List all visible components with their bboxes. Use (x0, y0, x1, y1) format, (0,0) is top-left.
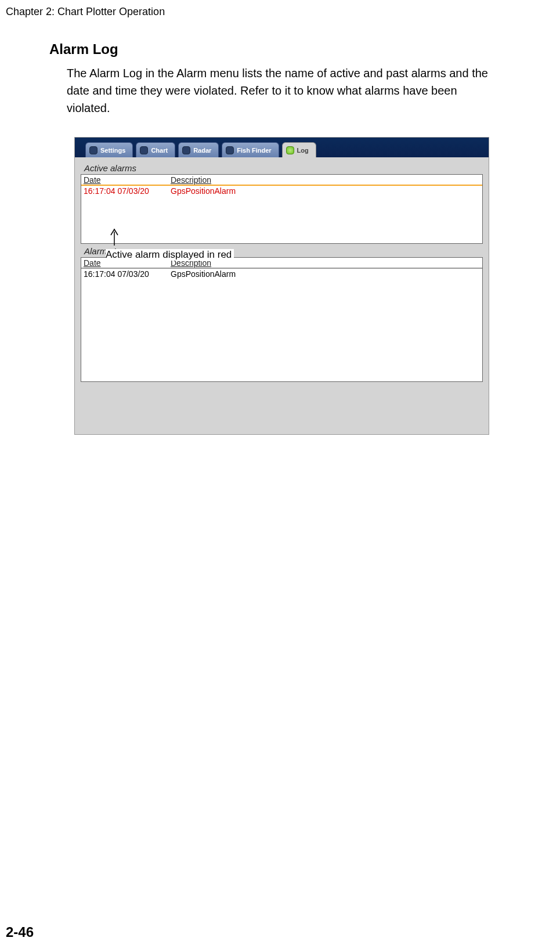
log-row: 16:17:04 07/03/20 GpsPositionAlarm (81, 269, 482, 279)
cell-date: 16:17:04 07/03/20 (84, 186, 171, 196)
body-text: The Alarm Log in the Alarm menu lists th… (0, 64, 496, 117)
tab-bar: Settings Chart Radar Fish Finder Log (75, 138, 489, 157)
tab-icon (226, 146, 234, 154)
tab-settings[interactable]: Settings (85, 142, 133, 157)
panel-body: Active alarms Date Description 16:17:04 … (75, 157, 489, 434)
tab-label: Radar (193, 147, 211, 154)
tab-label: Log (297, 147, 309, 154)
chapter-header: Chapter 2: Chart Plotter Operation (0, 0, 560, 18)
tab-radar[interactable]: Radar (178, 142, 219, 157)
tab-fish-finder[interactable]: Fish Finder (222, 142, 279, 157)
tab-label: Settings (100, 147, 125, 154)
active-alarms-list: Date Description 16:17:04 07/03/20 GpsPo… (81, 174, 483, 244)
cell-description: GpsPositionAlarm (171, 269, 480, 279)
tab-icon (140, 146, 148, 154)
alarms-log-list: Date Description 16:17:04 07/03/20 GpsPo… (81, 257, 483, 382)
page-number: 2-46 (6, 924, 34, 940)
annotation-arrow-icon (110, 228, 118, 246)
tab-icon (182, 146, 190, 154)
annotation-text: Active alarm displayed in red (106, 249, 234, 261)
tab-icon (286, 146, 294, 154)
section-title: Alarm Log (0, 18, 560, 64)
cell-description: GpsPositionAlarm (171, 186, 480, 196)
header-date: Date (84, 175, 171, 185)
header-description: Description (171, 175, 480, 185)
tab-chart[interactable]: Chart (136, 142, 175, 157)
screenshot-figure: Settings Chart Radar Fish Finder Log Act… (74, 137, 489, 435)
active-alarm-row: 16:17:04 07/03/20 GpsPositionAlarm (81, 186, 482, 196)
tab-label: Fish Finder (237, 147, 271, 154)
column-headers: Date Description (81, 175, 482, 186)
active-alarms-label: Active alarms (81, 161, 483, 174)
cell-date: 16:17:04 07/03/20 (84, 269, 171, 279)
tab-icon (89, 146, 97, 154)
tab-label: Chart (151, 147, 168, 154)
tab-log[interactable]: Log (282, 142, 316, 157)
